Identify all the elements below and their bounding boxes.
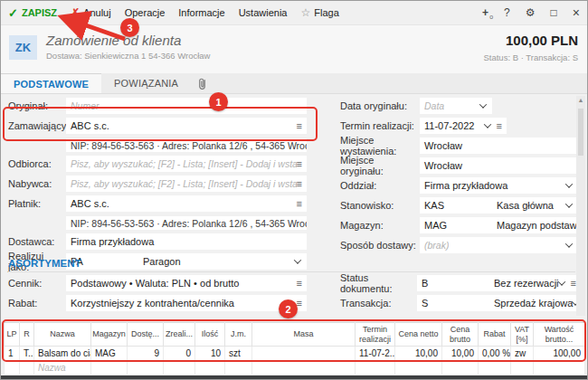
attachment-button[interactable]	[191, 73, 213, 93]
realizuj-jako-select[interactable]: PA Paragon	[66, 253, 307, 270]
column-header[interactable]: Termin realizacji	[356, 323, 395, 347]
table-cell[interactable]	[128, 361, 164, 375]
table-cell[interactable]: zw	[511, 347, 534, 361]
menu-icon[interactable]: ≡	[497, 120, 502, 131]
column-header[interactable]: Rabat	[479, 323, 511, 347]
field-data-oryginalu: Data oryginału: Data	[340, 98, 578, 114]
table-cell[interactable]: T...	[20, 347, 34, 361]
table-cell[interactable]: 10,00	[442, 347, 479, 361]
field-label: Rabat:	[8, 298, 66, 309]
cennik-input[interactable]: Podstawowy • Waluta: PLN • od brutto ≡	[66, 275, 307, 291]
column-header[interactable]: Magazyn	[91, 323, 128, 347]
save-button[interactable]: ✓ ZAPISZ	[8, 6, 57, 20]
table-cell[interactable]	[164, 361, 195, 375]
rabat-input[interactable]: Korzystniejszy z kontrahenta/cennika ≡	[66, 295, 307, 311]
table-cell[interactable]	[356, 361, 395, 375]
zamawiajacy-input[interactable]: ABC s.c. ≡	[66, 118, 307, 134]
flag-label: Flaga	[314, 7, 339, 18]
menu-icon[interactable]: ≡	[297, 120, 302, 131]
menu-icon[interactable]: ≡	[297, 278, 302, 289]
vertical-scrollbar[interactable]: ▲	[576, 96, 585, 316]
column-header[interactable]: Cena netto	[395, 323, 442, 347]
table-cell[interactable]: 100,00	[534, 347, 585, 361]
sposob-dostawy-select[interactable]: (brak)	[420, 237, 578, 253]
table-cell[interactable]: Balsam do ciała...	[34, 347, 91, 361]
table-cell[interactable]: 0	[164, 347, 195, 361]
table-cell[interactable]: MAG	[91, 347, 128, 361]
table-cell[interactable]	[20, 361, 34, 375]
data-oryginalu-select[interactable]: Data	[420, 98, 492, 114]
table-cell[interactable]	[225, 361, 252, 375]
oddzial-select[interactable]: Firma przykładowa	[420, 177, 578, 194]
maximize-icon[interactable]: □	[551, 6, 557, 19]
column-header[interactable]: Nazwa	[34, 323, 91, 347]
table-row[interactable]: 1T...Balsam do ciała...MAG9010szt11-07-2…	[5, 347, 585, 361]
paperclip-icon	[196, 77, 208, 90]
close-icon[interactable]: ×	[573, 5, 580, 20]
menu-operations[interactable]: Operacje	[125, 7, 166, 18]
column-header[interactable]: Wartość brutto...	[534, 323, 585, 347]
scroll-up-icon[interactable]: ▲	[576, 97, 585, 103]
menu-icon[interactable]: ≡	[297, 178, 302, 189]
help-icon[interactable]: ?	[504, 6, 510, 19]
stanowisko-select[interactable]: KAS Kasa główna	[420, 197, 578, 214]
platnik-input[interactable]: ABC s.c. ≡	[66, 195, 307, 212]
chevron-down-icon	[565, 200, 573, 207]
miejsce-wystawienia-input[interactable]: Wrocław	[420, 138, 578, 154]
column-header[interactable]: Masa	[252, 323, 356, 347]
menu-icon[interactable]: ≡	[297, 198, 302, 209]
table-cell[interactable]	[534, 361, 585, 375]
flag-button[interactable]: ☆ Flaga	[300, 6, 338, 19]
menu-settings[interactable]: Ustawienia	[239, 7, 288, 18]
table-cell[interactable]: 9	[128, 347, 164, 361]
field-label: Odbiorca:	[8, 158, 66, 169]
menu-icon[interactable]: ≡	[297, 158, 302, 169]
gear-icon[interactable]: ⚙	[526, 6, 536, 19]
table-cell[interactable]: Nazwa	[34, 361, 91, 375]
table-cell[interactable]: 10,00	[395, 347, 442, 361]
miejsce-oryginalu-input[interactable]: Wrocław	[420, 157, 578, 174]
tab-powiazania[interactable]: POWIĄZANIA	[101, 73, 191, 93]
table-cell[interactable]	[91, 361, 128, 375]
add-window-icon[interactable]: +o	[482, 6, 488, 19]
column-header[interactable]: Zreali...	[164, 323, 195, 347]
column-header[interactable]: R	[20, 323, 34, 347]
nabywca-input[interactable]: Pisz, aby wyszukać; [F2] - Lista; [Inser…	[66, 176, 307, 192]
table-cell[interactable]: 1	[5, 347, 20, 361]
table-cell[interactable]: 0,00 %	[479, 347, 511, 361]
table-row-empty[interactable]: Nazwa	[5, 361, 585, 375]
magazyn-select[interactable]: MAG Magazyn podstaw...	[420, 217, 578, 233]
column-header[interactable]: Cena brutto	[442, 323, 479, 347]
menu-information[interactable]: Informacje	[178, 7, 224, 18]
column-header[interactable]: LP	[5, 323, 20, 347]
table-cell[interactable]: 11-07-2...	[356, 347, 395, 361]
menu-icon[interactable]: ≡	[571, 278, 576, 289]
cancel-button[interactable]: ✗ Anuluj	[71, 6, 111, 19]
placeholder-text: (brak)	[424, 240, 449, 251]
dostawca-input[interactable]: Firma przykładowa	[66, 233, 307, 250]
table-cell[interactable]	[442, 361, 479, 375]
termin-realizacji-input[interactable]: 11-07-2022 ≡	[420, 118, 507, 134]
transakcja-select[interactable]: S Sprzedaż krajowa	[417, 295, 578, 311]
scrollbar-thumb[interactable]	[578, 109, 583, 156]
table-cell[interactable]	[479, 361, 511, 375]
odbiorca-input[interactable]: Pisz, aby wyszukać; [F2] - Lista; [Inser…	[66, 156, 307, 172]
field-cennik: Cennik: Podstawowy • Waluta: PLN • od br…	[8, 275, 307, 291]
status-dokumentu-select[interactable]: B Bez rezerwacji ≡	[417, 275, 578, 291]
table-cell[interactable]	[5, 361, 20, 375]
cancel-label: Anuluj	[83, 7, 111, 18]
table-cell[interactable]	[195, 361, 225, 375]
table-cell[interactable]	[252, 361, 356, 375]
table-cell[interactable]	[511, 361, 534, 375]
column-header[interactable]: Ilość	[195, 323, 225, 347]
table-cell[interactable]	[395, 361, 442, 375]
select-code: S	[422, 298, 494, 309]
column-header[interactable]: J.m.	[225, 323, 252, 347]
table-cell[interactable]: 10	[195, 347, 225, 361]
table-cell[interactable]: szt	[225, 347, 252, 361]
column-header[interactable]: VAT [%]	[511, 323, 534, 347]
table-cell[interactable]	[252, 347, 356, 361]
tab-podstawowe[interactable]: PODSTAWOWE	[1, 73, 101, 93]
column-header[interactable]: Dostę...	[128, 323, 164, 347]
original-input[interactable]: Numer	[66, 98, 307, 114]
